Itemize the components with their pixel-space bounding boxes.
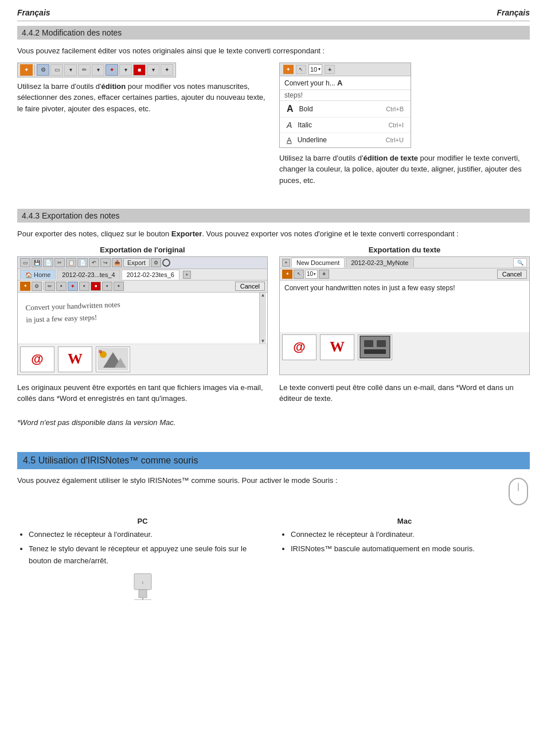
left-toolbar: ✦ ⚙ ▭ ▾ ✏ ▾ ✦ ▾ ■ ▾ ✦ (17, 63, 176, 77)
mac-col: Mac Connectez le récepteur à l'ordinateu… (279, 517, 530, 602)
exp-btn-4[interactable]: ✂ (54, 258, 65, 267)
pc-col: PC Connectez le récepteur à l'ordinateur… (17, 517, 268, 602)
section-443-title: 4.4.3 Exportation des notes (17, 209, 530, 223)
right-plus-icon[interactable]: + (319, 270, 329, 279)
right-icon-at: @ (282, 334, 317, 360)
note-icon-at: @ (20, 346, 54, 372)
exp-btn-9[interactable]: 📤 (112, 258, 122, 267)
right-font-size[interactable]: 10 ▾ (305, 270, 318, 279)
tab-add-btn[interactable]: + (183, 271, 191, 279)
mac-header: Mac (279, 517, 530, 525)
note-scrollbar[interactable]: ▲ ▼ (259, 293, 266, 344)
ctx-cursor-icon[interactable]: ↖ (296, 65, 306, 74)
color-icon[interactable]: ■ (133, 64, 146, 76)
mac-item-2: IRISNotes™ bascule automatiquement en mo… (291, 543, 530, 555)
ctx-bold-item[interactable]: A Bold Ctrl+B (280, 101, 411, 118)
arrow-icon-1[interactable]: ▾ (64, 64, 77, 76)
export-desc-right: Le texte converti peut être collé dans u… (279, 382, 530, 410)
exp-btn-1[interactable]: ▭ (20, 258, 30, 267)
note-pen-icon-1[interactable]: ✏ (45, 282, 55, 291)
exp-btn-3[interactable]: 📄 (43, 258, 53, 267)
exp-btn-8[interactable]: ↪ (100, 258, 111, 267)
exp-help-icon[interactable] (162, 259, 170, 267)
gap-2 (17, 434, 530, 443)
ctx-underline-item[interactable]: A Underline Ctrl+U (280, 133, 411, 147)
scroll-down-arrow[interactable]: ▼ (261, 338, 265, 344)
exp-btn-7[interactable]: ↶ (89, 258, 99, 267)
ctx-preview-text2: steps! (280, 90, 411, 101)
italic-label: Italic (298, 121, 382, 129)
receiver-svg: i (123, 571, 163, 600)
right-tab-add[interactable]: + (282, 259, 290, 267)
section-45-intro: Vous pouvez également utiliser le stylo … (17, 475, 498, 486)
left-toolbar-desc: Utilisez la barre d'outils d'édition pou… (17, 81, 268, 115)
gap-1 (17, 200, 530, 209)
eraser-icon[interactable]: ✦ (106, 64, 118, 76)
export-button[interactable]: Export (123, 258, 150, 267)
arrow-icon-2[interactable]: ▾ (92, 64, 104, 76)
note-eraser-icon[interactable]: ✦ (68, 282, 78, 291)
font-size-select[interactable]: 10 ▾ (308, 64, 322, 75)
tab-home[interactable]: 🏠 Home (20, 270, 56, 279)
svg-text:i: i (142, 580, 143, 585)
note-icon-w: W (58, 346, 92, 372)
right-tab-newdoc[interactable]: New Document (291, 258, 345, 268)
ctx-italic-item[interactable]: A Italic Ctrl+I (280, 118, 411, 133)
tab-tes4[interactable]: 2012-02-23...tes_4 (57, 270, 120, 279)
note-extra-icon[interactable]: ✦ (114, 282, 124, 291)
exp-btn-5[interactable]: 📋 (66, 258, 76, 267)
note-bird-icon[interactable]: ✦ (20, 282, 30, 291)
right-toolbar-desc: Utilisez la barre d'outils d'édition de … (279, 153, 530, 186)
toolbars-row: ✦ ⚙ ▭ ▾ ✏ ▾ ✦ ▾ ■ ▾ ✦ Utilisez la barre … (17, 63, 530, 192)
ctx-plus-icon[interactable]: + (325, 65, 335, 74)
svg-rect-8 (377, 340, 386, 347)
tab-tes6[interactable]: 2012-02-23tes_6 (122, 270, 179, 280)
underline-shortcut: Ctrl+U (386, 137, 404, 143)
note-handwriting: Convert your handwritten notesin just a … (25, 299, 120, 326)
arrow-icon-4[interactable]: ▾ (147, 64, 159, 76)
mountain-svg (97, 348, 128, 371)
export-descriptions: Les originaux peuvent être exportés en t… (17, 382, 530, 410)
bird-icon[interactable]: ✦ (20, 64, 33, 76)
note-toolbar-row: ✦ ⚙ ✏ ▾ ✦ ▾ ■ ▾ ✦ Cancel (18, 280, 267, 293)
settings-icon[interactable]: ⚙ (37, 64, 49, 76)
section-45-intro-row: Vous pouvez également utiliser le stylo … (17, 475, 530, 510)
search-box-right[interactable]: 🔍 (513, 258, 527, 267)
right-icon-rect (358, 334, 392, 360)
note-color-icon[interactable]: ■ (91, 282, 101, 291)
pc-item-1: Connectez le récepteur à l'ordinateur. (29, 529, 268, 541)
cancel-btn-left[interactable]: Cancel (235, 282, 265, 291)
pencil-icon[interactable]: ✏ (78, 64, 91, 76)
mouse-icon-svg (507, 477, 530, 508)
exp-right-tabbar[interactable]: + New Document 2012-02-23_MyNote 🔍 (280, 257, 529, 268)
svg-rect-9 (364, 349, 386, 354)
note-arrow-2[interactable]: ▾ (79, 282, 89, 291)
underline-a-icon: A (287, 136, 292, 145)
note-arrow-1[interactable]: ▾ (56, 282, 67, 291)
right-cursor-icon[interactable]: ↖ (294, 270, 304, 279)
exp-btn-6[interactable]: 📄 (77, 258, 88, 267)
cancel-btn-right[interactable]: Cancel (497, 270, 527, 279)
bold-shortcut: Ctrl+B (386, 106, 404, 112)
exp-btn-2[interactable]: 💾 (32, 258, 42, 267)
scroll-up-arrow[interactable]: ▲ (261, 293, 265, 298)
context-menu-topbar: ✦ ↖ 10 ▾ + (280, 63, 411, 76)
note-settings-icon[interactable]: ⚙ (32, 282, 42, 291)
right-tab-mynote[interactable]: 2012-02-23_MyNote (346, 258, 413, 267)
svg-rect-7 (364, 340, 373, 347)
ctx-preview-text: Convert your h... A (280, 76, 411, 90)
text-note-content: Convert your handwritten notes in just a… (280, 280, 529, 332)
rect-select-icon[interactable]: ▭ (50, 64, 63, 76)
mac-list: Connectez le récepteur à l'ordinateur. I… (279, 529, 530, 555)
right-bird-icon[interactable]: ✦ (282, 270, 292, 279)
section-443-intro: Pour exporter des notes, cliquez sur le … (17, 228, 530, 240)
exp-btn-settings[interactable]: ⚙ (151, 258, 161, 267)
extra-icon[interactable]: ✦ (161, 64, 173, 76)
exp-left-tabbar[interactable]: 🏠 Home 2012-02-23...tes_4 2012-02-23tes_… (18, 269, 267, 280)
divider-1 (34, 65, 35, 75)
arrow-icon-3[interactable]: ▾ (119, 64, 132, 76)
note-arrow-3[interactable]: ▾ (102, 282, 112, 291)
note-icons-left: @ W (18, 344, 267, 375)
ctx-bird-icon[interactable]: ✦ (283, 65, 294, 74)
export-screenshot-right: + New Document 2012-02-23_MyNote 🔍 ✦ ↖ 1… (279, 256, 530, 375)
